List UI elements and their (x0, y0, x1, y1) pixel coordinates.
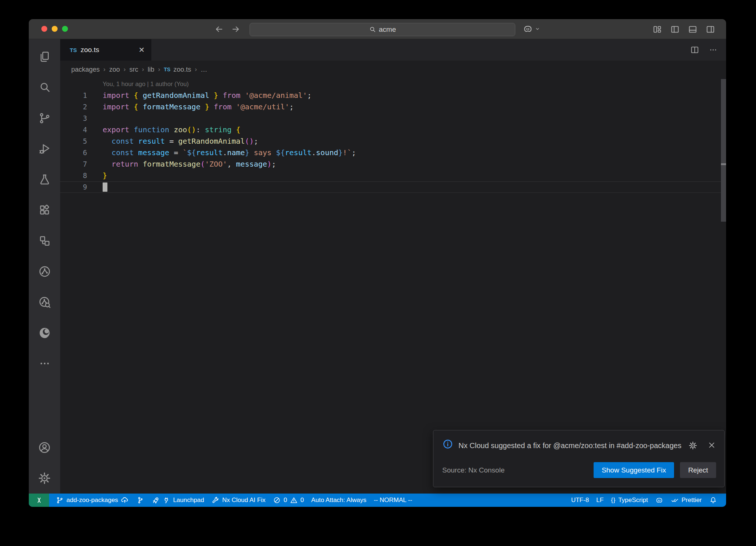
activity-source-control-icon[interactable] (29, 103, 60, 133)
activity-edge-icon[interactable] (29, 317, 60, 348)
warning-icon (290, 496, 298, 504)
code-line-4[interactable]: 4export function zoo(): string { (60, 124, 726, 136)
command-center-search[interactable]: acme (250, 23, 515, 36)
statusbar-label: LF (596, 496, 604, 504)
breadcrumb-item-zoots[interactable]: TSzoo.ts (164, 66, 191, 74)
editor-scrollbar[interactable] (721, 79, 726, 222)
breadcrumb: packages›zoo›src›lib›TSzoo.ts›… (60, 61, 726, 78)
zoom-button[interactable] (62, 26, 68, 32)
main-area: TS zoo.ts ✕ packages›zoo›src›lib›TSzoo.t… (29, 39, 726, 494)
editor-group: TS zoo.ts ✕ packages›zoo›src›lib›TSzoo.t… (60, 39, 726, 494)
customize-layout-icon[interactable] (652, 24, 663, 35)
activity-extensions-icon[interactable] (29, 195, 60, 225)
activity-run-debug-icon[interactable] (29, 133, 60, 164)
minimize-button[interactable] (52, 26, 58, 32)
layout-controls (652, 24, 716, 35)
statusbar-remote-indicator[interactable] (29, 494, 49, 507)
more-actions-icon[interactable] (708, 45, 718, 55)
split-editor-icon (690, 45, 700, 55)
copilot-icon (655, 496, 663, 504)
more-icon (38, 357, 51, 370)
statusbar-problems[interactable]: 00 (269, 494, 307, 507)
source-control-icon (38, 112, 51, 125)
breadcrumb-separator: › (158, 66, 160, 73)
code-line-5[interactable]: 5 const result = getRandomAnimal(); (60, 136, 726, 147)
activity-account-icon[interactable] (29, 432, 60, 463)
code-line-2[interactable]: 2import { formatMessage } from '@acme/ut… (60, 101, 726, 113)
notification-close-icon[interactable] (707, 441, 716, 450)
statusbar-nx-cloud-ai-fix[interactable]: Nx Cloud AI Fix (208, 494, 269, 507)
statusbar-notifications-bell[interactable] (705, 494, 721, 507)
branch-icon (56, 496, 64, 504)
forward-arrow-button[interactable] (230, 24, 241, 35)
statusbar-vim-mode[interactable]: -- NORMAL -- (370, 494, 416, 507)
tab-zoo-ts[interactable]: TS zoo.ts ✕ (60, 39, 151, 61)
activity-remote-explorer-icon[interactable] (29, 225, 60, 256)
activity-nx-cloud-icon[interactable] (29, 287, 60, 317)
statusbar-copilot-status[interactable] (652, 494, 667, 507)
line-number: 2 (60, 101, 103, 113)
layout-sidebar-right-icon[interactable] (705, 24, 716, 35)
traffic-lights (41, 26, 68, 32)
testing-icon (38, 173, 51, 186)
statusbar-label: 0 (284, 496, 287, 504)
activity-settings-gear-icon[interactable] (29, 463, 60, 494)
close-tab-icon[interactable]: ✕ (138, 45, 145, 54)
line-number: 9 (60, 182, 103, 192)
statusbar-label: UTF-8 (571, 496, 589, 504)
line-number: 4 (60, 124, 103, 136)
more-actions-icon (708, 45, 718, 55)
statusbar-auto-attach[interactable]: Auto Attach: Always (307, 494, 370, 507)
activity-nx-console-icon[interactable] (29, 256, 60, 287)
code-text: export function zoo(): string { (103, 124, 240, 136)
notification-gear-icon[interactable] (688, 441, 698, 450)
layout-sidebar-left-icon (670, 24, 680, 34)
line-number: 6 (60, 147, 103, 158)
statusbar-pipeline[interactable] (133, 494, 148, 507)
code-line-1[interactable]: 1import { getRandomAnimal } from '@acme/… (60, 90, 726, 101)
statusbar-prettier[interactable]: Prettier (667, 494, 705, 507)
line-number: 5 (60, 136, 103, 147)
statusbar-language-mode[interactable]: {}TypeScript (607, 494, 652, 507)
activity-search-icon[interactable] (29, 72, 60, 103)
statusbar-eol[interactable]: LF (592, 494, 607, 507)
settings-gear-icon (38, 471, 51, 485)
breadcrumb-item-packages[interactable]: packages (71, 66, 100, 74)
code-line-9[interactable]: 9 (60, 181, 726, 193)
activity-bar (29, 39, 60, 494)
code-line-3[interactable]: 3 (60, 113, 726, 124)
layout-panel-icon[interactable] (687, 24, 698, 35)
activity-explorer-icon[interactable] (29, 41, 60, 72)
code-line-6[interactable]: 6 const message = `${result.name} says $… (60, 147, 726, 158)
activity-testing-icon[interactable] (29, 164, 60, 195)
layout-sidebar-left-icon[interactable] (669, 24, 680, 35)
line-number: 3 (60, 113, 103, 124)
show-suggested-fix-button[interactable]: Show Suggested Fix (594, 462, 674, 478)
statusbar-encoding[interactable]: UTF-8 (567, 494, 592, 507)
split-editor-icon[interactable] (690, 45, 700, 55)
code-line-8[interactable]: 8} (60, 170, 726, 181)
reject-button[interactable]: Reject (680, 462, 716, 478)
statusbar-label: TypeScript (618, 496, 648, 504)
tab-label: zoo.ts (80, 46, 99, 54)
breadcrumb-item-src[interactable]: src (129, 66, 138, 74)
back-arrow-button[interactable] (213, 24, 224, 35)
statusbar-label: add-zoo-packages (66, 496, 118, 504)
statusbar-git-branch[interactable]: add-zoo-packages (52, 494, 133, 507)
copilot-menu[interactable] (523, 24, 540, 34)
activity-more-icon[interactable] (29, 348, 60, 379)
statusbar-launchpad[interactable]: Launchpad (148, 494, 208, 507)
close-button[interactable] (41, 26, 47, 32)
code-line-7[interactable]: 7 return formatMessage('ZOO', message); (60, 158, 726, 170)
statusbar-label: Prettier (681, 496, 702, 504)
breadcrumb-item-lib[interactable]: lib (148, 66, 154, 74)
line-number: 1 (60, 90, 103, 101)
breadcrumb-item-[interactable]: … (200, 66, 207, 74)
notification-message: Nx Cloud suggested a fix for @acme/zoo:t… (458, 438, 683, 453)
error-icon (273, 496, 281, 504)
layout-panel-icon (688, 24, 698, 34)
remote-explorer-icon (38, 234, 51, 248)
breadcrumb-item-zoo[interactable]: zoo (109, 66, 120, 74)
code-text: const result = getRandomAnimal(); (103, 136, 258, 147)
double-check-icon (671, 496, 679, 504)
